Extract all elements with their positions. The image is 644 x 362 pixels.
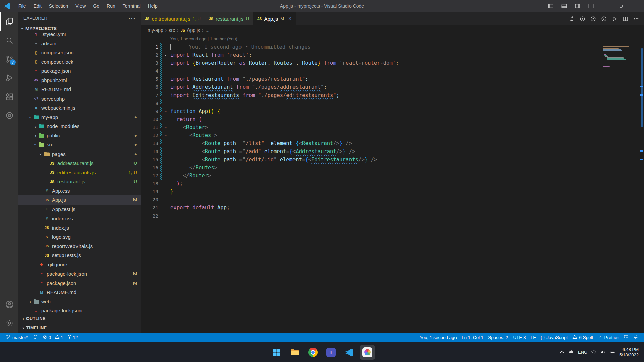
- tree-item-public[interactable]: ›public●: [18, 131, 141, 140]
- tree-item-server.php[interactable]: <?server.php: [18, 94, 141, 104]
- pane-header-timeline[interactable]: ›TIMELINE: [18, 323, 141, 333]
- tree-item-setuptests.js[interactable]: JSsetupTests.js: [18, 251, 141, 260]
- toggle-panel-icon[interactable]: [557, 0, 571, 12]
- breadcrumb-item-my-app[interactable]: my-app: [148, 27, 163, 33]
- tree-item-webpack.mix.js[interactable]: ◆webpack.mix.js: [18, 103, 141, 113]
- tree-item-my-app[interactable]: ›my-app●: [18, 113, 141, 122]
- breadcrumb-item-...[interactable]: ...: [206, 27, 210, 33]
- toggle-secondary-sidebar-icon[interactable]: [571, 0, 584, 12]
- breadcrumb-item-app.js[interactable]: JSApp.js: [181, 27, 200, 33]
- explorer-more-actions-icon[interactable]: ···: [128, 15, 136, 22]
- explorer-icon[interactable]: [0, 12, 18, 31]
- maximize-button[interactable]: [613, 0, 629, 12]
- feedback-button[interactable]: [621, 333, 631, 342]
- tree-item-node-modules[interactable]: ›node_modules: [18, 122, 141, 131]
- previous-change-icon[interactable]: [577, 12, 588, 25]
- code-line-4[interactable]: 4: [141, 67, 644, 75]
- menu-selection[interactable]: Selection: [45, 0, 72, 12]
- tree-item-.styleci.yml[interactable]: Y.styleci.yml: [18, 33, 141, 39]
- menu-edit[interactable]: Edit: [30, 0, 45, 12]
- pane-header-outline[interactable]: ›OUTLINE: [18, 314, 141, 323]
- tab-restaurant.js[interactable]: JSrestaurant.jsU: [205, 12, 253, 25]
- clock[interactable]: 6:48 PM 5/18/2022: [619, 347, 639, 358]
- code-line-11[interactable]: 11› <Router>: [141, 123, 644, 131]
- tree-item-artisan[interactable]: ≡artisan: [18, 39, 141, 48]
- tree-item-web[interactable]: ›web: [18, 297, 141, 306]
- taskbar-start-button[interactable]: [269, 345, 284, 360]
- taskbar-file-explorer-button[interactable]: [287, 345, 303, 360]
- fold-chevron-icon[interactable]: ›: [162, 131, 169, 139]
- menu-help[interactable]: Help: [144, 0, 161, 12]
- battery-icon[interactable]: [610, 349, 615, 355]
- tree-item-app.test.js[interactable]: TApp.test.js: [18, 205, 141, 214]
- split-editor-icon[interactable]: [620, 12, 631, 25]
- tree-item-index.css[interactable]: #index.css: [18, 214, 141, 223]
- fold-chevron-icon[interactable]: ›: [162, 107, 169, 115]
- minimize-button[interactable]: [598, 0, 613, 12]
- code-line-16[interactable]: 16 </Routes>: [141, 164, 644, 172]
- code-line-18[interactable]: 18 );: [141, 180, 644, 188]
- tree-item-readme.md[interactable]: MREADME.md: [18, 85, 141, 94]
- code-line-20[interactable]: 20: [141, 196, 644, 204]
- code-line-22[interactable]: 22: [141, 212, 644, 220]
- code-line-19[interactable]: 19}: [141, 188, 644, 196]
- code-line-7[interactable]: 7import Editrestaurants from "./pages/ed…: [141, 91, 644, 99]
- tree-item-package.json[interactable]: ≡package.json: [18, 66, 141, 76]
- tree-item-package-lock.json[interactable]: ≡package-lock.jsonM: [18, 269, 141, 279]
- tree-item-index.js[interactable]: JSindex.js: [18, 223, 141, 233]
- wifi-icon[interactable]: [591, 349, 597, 355]
- tree-item-editrestaurants.js[interactable]: JSeditrestaurants.js1, U: [18, 168, 141, 177]
- tree-item-phpunit.xml[interactable]: <>phpunit.xml: [18, 76, 141, 85]
- menu-terminal[interactable]: Terminal: [119, 0, 144, 12]
- code-line-15[interactable]: 15 <Route path ="/edit/:id" element={<Ed…: [141, 156, 644, 164]
- next-change-icon[interactable]: [598, 12, 609, 25]
- settings-icon[interactable]: [0, 314, 18, 333]
- language-indicator[interactable]: ENG: [578, 350, 587, 355]
- code-line-14[interactable]: 14 <Route path ="/add" element={<Addrest…: [141, 147, 644, 156]
- tab-editrestaurants.js[interactable]: JSeditrestaurants.js1, U: [141, 12, 205, 25]
- source-control-icon[interactable]: 7: [0, 50, 18, 68]
- tree-item-logo.svg[interactable]: Slogo.svg: [18, 232, 141, 242]
- tree-item-composer.lock[interactable]: {}composer.lock: [18, 57, 141, 67]
- menu-view[interactable]: View: [72, 0, 89, 12]
- menu-file[interactable]: File: [15, 0, 30, 12]
- status-cursor-position[interactable]: Ln 1, Col 1: [459, 333, 486, 342]
- status-eol[interactable]: LF: [528, 333, 538, 342]
- tree-item-app.css[interactable]: #App.css: [18, 186, 141, 196]
- search-icon[interactable]: [0, 31, 18, 50]
- code-line-3[interactable]: 3import {BrowserRouter as Router, Routes…: [141, 59, 644, 67]
- status-encoding[interactable]: UTF-8: [511, 333, 528, 342]
- status-prettier[interactable]: Prettier: [595, 333, 621, 342]
- overview-ruler[interactable]: [639, 35, 644, 333]
- remote-explorer-icon[interactable]: [0, 106, 18, 125]
- tab-app.js[interactable]: JSApp.jsM×: [253, 12, 296, 25]
- fold-chevron-icon[interactable]: ›: [162, 51, 169, 59]
- account-icon[interactable]: [0, 295, 18, 314]
- compare-icon[interactable]: [566, 12, 577, 25]
- close-tab-icon[interactable]: ×: [288, 16, 291, 22]
- toggle-primary-sidebar-icon[interactable]: [544, 0, 557, 12]
- tree-item-readme.md[interactable]: MREADME.md: [18, 288, 141, 297]
- code-line-13[interactable]: 13 <Route path ="/list" element={<Restau…: [141, 139, 644, 147]
- tree-item-src[interactable]: ›src●: [18, 140, 141, 149]
- taskbar-teams-button[interactable]: T: [323, 345, 339, 360]
- status-indentation[interactable]: Spaces: 2: [486, 333, 511, 342]
- taskbar-capture-tool-button[interactable]: [360, 345, 375, 360]
- hidden-icons-chevron-icon[interactable]: [559, 349, 565, 355]
- taskbar-chrome-button[interactable]: [305, 345, 321, 360]
- tree-item-reportwebvitals.js[interactable]: JSreportWebVitals.js: [18, 242, 141, 251]
- editor[interactable]: You, 1 second ago | 1 author (You) 1You,…: [141, 35, 644, 333]
- tree-item-pages[interactable]: ›pages●: [18, 149, 141, 159]
- tree-item-app.js[interactable]: JSApp.jsM: [18, 195, 141, 205]
- pivot-icon[interactable]: [588, 12, 598, 25]
- menu-run[interactable]: Run: [103, 0, 119, 12]
- gitlens-authors-lens[interactable]: You, 1 second ago | 1 author (You): [141, 35, 644, 43]
- code-line-17[interactable]: 17 </Router>: [141, 172, 644, 180]
- code-line-6[interactable]: 6import Addrestaurant from "./pages/addr…: [141, 83, 644, 91]
- code-line-2[interactable]: 2›import React from 'react';: [141, 51, 644, 59]
- status-spell[interactable]: 6 Spell: [570, 333, 595, 342]
- more-actions-icon[interactable]: [631, 12, 641, 25]
- tree-item-.gitignore[interactable]: ◆.gitignore: [18, 260, 141, 269]
- taskbar-vscode-button[interactable]: [341, 345, 357, 360]
- volume-icon[interactable]: [600, 349, 606, 355]
